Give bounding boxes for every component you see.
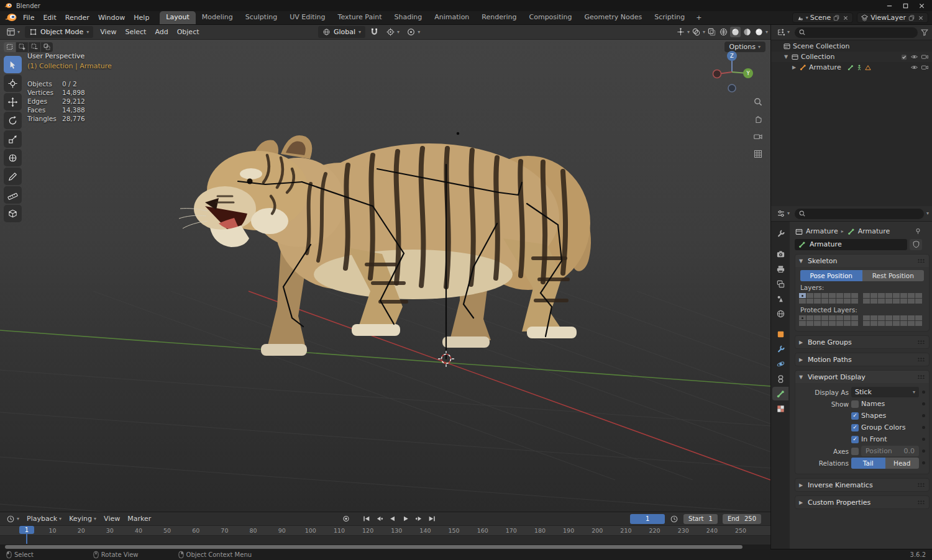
properties-tab-output[interactable] [772,262,788,276]
disable-render-camera-icon[interactable] [921,63,929,71]
shading-material-icon[interactable] [742,27,752,37]
scene-selector[interactable]: ▾ Scene [792,12,854,23]
tab-rendering[interactable]: Rendering [475,11,523,24]
gizmo-x-axis[interactable] [713,70,721,78]
panel-grip[interactable] [918,500,925,504]
filter-icon[interactable] [920,28,929,37]
protected-layer-cell[interactable] [870,315,877,320]
animate-dot[interactable] [922,402,925,405]
protected-layer-cell[interactable] [908,315,915,320]
jump-prev-keyframe-button[interactable] [374,514,385,523]
rest-position-button[interactable]: Rest Position [862,270,925,281]
protected-layer-cell[interactable] [900,315,907,320]
selectability-checkbox[interactable] [900,53,908,61]
select-mode-subtract[interactable] [29,42,40,52]
axes-position-slider[interactable]: Position 0.0 [861,446,919,456]
protected-layer-cell[interactable] [799,315,806,320]
tool-annotate[interactable] [4,168,22,185]
breadcrumb-data[interactable]: Armature [858,227,890,235]
panel-grip[interactable] [918,375,925,379]
navigation-gizmo[interactable]: Z Y [708,48,756,96]
current-frame-field[interactable]: 1 [630,514,665,524]
armature-layer-cell[interactable] [863,293,870,298]
tool-measure[interactable] [4,186,22,204]
fake-user-button[interactable] [910,239,922,250]
frame-end-field[interactable]: End 250 [723,514,761,524]
show-overlays-icon[interactable] [691,27,701,37]
tab-geometry-nodes[interactable]: Geometry Nodes [578,11,648,24]
properties-tab-texture[interactable] [772,402,788,415]
protected-layer-cell[interactable] [885,321,892,326]
jump-to-start-button[interactable] [361,514,372,523]
tab-compositing[interactable]: Compositing [523,11,578,24]
armature-layer-cell[interactable] [836,299,843,304]
tab-animation[interactable]: Animation [428,11,475,24]
armature-layer-cell[interactable] [870,299,877,304]
properties-search-input[interactable] [795,209,924,219]
play-reverse-button[interactable] [387,514,398,523]
protected-layer-cell[interactable] [908,321,915,326]
animate-dot[interactable] [922,438,925,441]
panel-grip[interactable] [918,340,925,344]
protected-layer-cell[interactable] [915,315,922,320]
jump-next-keyframe-button[interactable] [413,514,424,523]
tab-shading[interactable]: Shading [388,11,429,24]
armature-layer-cell[interactable] [851,299,858,304]
snap-settings[interactable]: ▾ [383,26,402,38]
vp-toggle-perspective-icon[interactable] [753,149,763,161]
armature-layer-cell[interactable] [878,299,885,304]
properties-tab-physics[interactable] [772,357,788,371]
breadcrumb-object[interactable]: Armature [806,227,838,235]
protected-layer-cell[interactable] [806,315,813,320]
tab-uv-editing[interactable]: UV Editing [283,11,331,24]
properties-tab-tool[interactable] [772,227,788,240]
hide-eye-icon[interactable] [910,53,918,61]
shading-solid-icon[interactable] [730,27,741,37]
properties-tab-modifiers[interactable] [772,342,788,356]
protected-layer-cell[interactable] [893,321,900,326]
armature-layer-cell[interactable] [799,299,806,304]
armature-layer-cell[interactable] [915,299,922,304]
gizmo-minus-z-axis[interactable] [728,84,736,92]
timeline-scrollbar[interactable] [5,545,742,549]
editor-type-button[interactable]: ▾ [4,26,22,38]
unlink-scene-icon[interactable] [842,14,849,22]
armature-layer-cell[interactable] [844,293,851,298]
properties-tab-render[interactable] [772,247,788,261]
armature-layer-cell[interactable] [878,293,885,298]
viewport-menu-view[interactable]: View [96,26,121,38]
timeline-ruler[interactable]: 1020304050607080901001101201301401501601… [0,526,770,536]
panel-header-custom-properties[interactable]: ▶Custom Properties [795,496,929,508]
armature-layer-cell[interactable] [900,293,907,298]
shading-rendered-icon[interactable] [754,27,764,37]
protected-layer-cell[interactable] [870,321,877,326]
timeline-track-area[interactable] [0,536,770,544]
vp-pan-hand-icon[interactable] [753,114,763,126]
close-button[interactable] [915,1,928,10]
show-gizmo-icon[interactable] [675,27,686,37]
armature-layer-cell[interactable] [908,293,915,298]
toggle-xray-icon[interactable] [706,27,717,37]
panel-grip[interactable] [918,358,925,361]
armature-layer-cell[interactable] [814,299,821,304]
caret-down-icon[interactable]: ▼ [783,54,789,60]
relations-head-button[interactable]: Head [885,458,920,469]
shapes-checkbox[interactable] [851,412,859,420]
protected-layer-cell[interactable] [885,315,892,320]
protected-layer-cell[interactable] [878,321,885,326]
protected-layer-cell[interactable] [836,315,843,320]
tab-modeling[interactable]: Modeling [196,11,239,24]
armature-layer-cell[interactable] [799,293,806,298]
protected-layer-cell[interactable] [851,315,858,320]
properties-tab-constraints[interactable] [772,372,788,386]
axes-checkbox[interactable] [851,448,859,455]
display-as-dropdown[interactable]: Stick ▾ [851,387,919,397]
auto-keying-toggle[interactable] [340,514,352,523]
protected-layer-cell[interactable] [900,321,907,326]
pin-icon[interactable] [914,227,922,235]
snap-toggle[interactable] [367,26,381,38]
armature-layer-cell[interactable] [893,293,900,298]
properties-tab-view-layer[interactable] [772,277,788,291]
new-viewlayer-icon[interactable] [908,14,915,22]
protected-layer-cell[interactable] [844,315,851,320]
